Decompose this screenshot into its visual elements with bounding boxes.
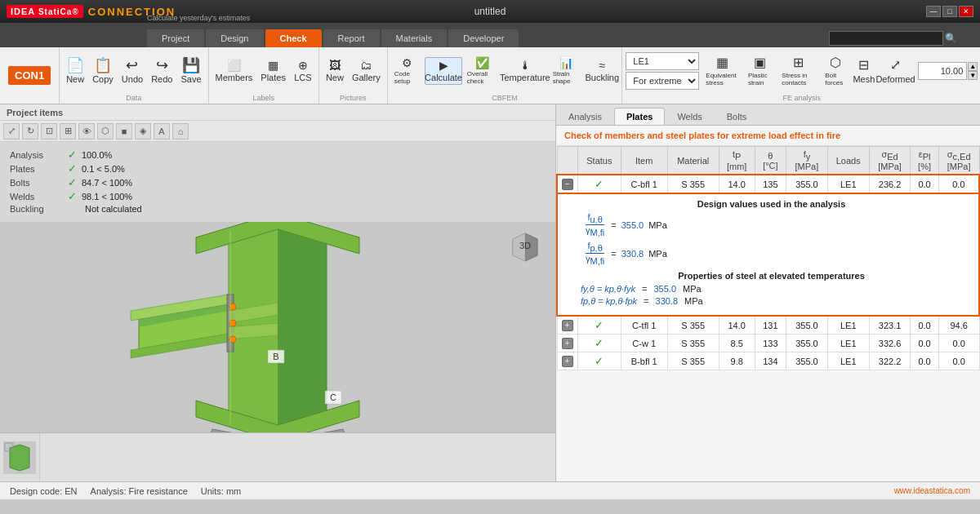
subtitle: Calculate yesterday's estimates xyxy=(147,14,250,22)
expand-2[interactable]: + xyxy=(557,352,578,370)
table-scroll-area[interactable]: Status Item Material tP[mm] θ[°C] fy[MPa… xyxy=(556,146,980,481)
tab-analysis[interactable]: Analysis xyxy=(556,108,614,125)
sigma-ced-0: 94.6 xyxy=(938,316,979,335)
close-button[interactable]: ✕ xyxy=(959,6,973,17)
3d-model[interactable]: B C xyxy=(114,222,441,432)
undo-icon: ↩ xyxy=(126,58,138,73)
copy-button[interactable]: 📋 Copy xyxy=(89,56,117,86)
section-button[interactable]: ⊞ xyxy=(60,123,76,140)
formula-num-1: fu,θ xyxy=(586,212,604,225)
expand-0[interactable]: + xyxy=(557,316,578,335)
tab-materials[interactable]: Materials xyxy=(381,29,448,47)
deformed-button[interactable]: ⤢ Deformed xyxy=(880,55,911,86)
edge-button[interactable]: ◈ xyxy=(135,123,151,140)
buckling-button[interactable]: ≈ Buckling xyxy=(586,58,618,84)
members-button[interactable]: ⬜ Members xyxy=(212,58,256,84)
save-button[interactable]: 💾 Save xyxy=(177,56,204,86)
tab-check[interactable]: Check xyxy=(265,29,322,47)
strain-shape-button[interactable]: 📊 Strain shape xyxy=(550,55,585,86)
connection-badge[interactable]: CON1 xyxy=(8,66,51,85)
formula-num-2: fp,θ xyxy=(586,241,604,254)
maximize-button[interactable]: □ xyxy=(942,6,957,17)
plastic-strain-button[interactable]: ▣ Plastic strain xyxy=(745,53,775,88)
lcs-icon: ⊕ xyxy=(298,60,308,71)
fe-up-button[interactable]: ▲ xyxy=(968,62,978,71)
tp-1: 8.5 xyxy=(719,335,755,352)
copy-icon: 📋 xyxy=(94,58,112,73)
col-theta: θ[°C] xyxy=(755,147,786,175)
material-2: S 355 xyxy=(667,352,719,370)
expand-button-2[interactable]: + xyxy=(562,356,573,367)
equiv-stress-button[interactable]: ▦ Equivalent stress xyxy=(702,53,742,88)
search-icon[interactable]: 🔍 xyxy=(945,33,957,44)
bolt-forces-button[interactable]: ⬡ Bolt forces xyxy=(822,53,849,88)
tab-design[interactable]: Design xyxy=(206,29,263,47)
expanded-sigma-ed: 236.2 xyxy=(869,175,911,193)
project-items-label: Project items xyxy=(7,108,63,117)
members-icon: ⬜ xyxy=(227,60,241,71)
hide-button[interactable]: 👁 xyxy=(78,123,95,140)
tab-developer[interactable]: Developer xyxy=(448,29,519,47)
sigma-ed-0: 323.1 xyxy=(869,316,911,335)
redo-button[interactable]: ↪ Redo xyxy=(148,56,176,86)
loads-0: LE1 xyxy=(827,316,869,335)
pictures-group: 🖼 New 🗂 Gallery Pictures xyxy=(319,47,388,104)
zoom-fit-button[interactable]: ⤢ xyxy=(3,123,20,140)
expand-1[interactable]: + xyxy=(557,335,578,352)
new-picture-button[interactable]: 🖼 New xyxy=(323,58,347,84)
formula-val-1: 355.0 xyxy=(621,220,644,230)
plates-button[interactable]: ▦ Plates xyxy=(257,58,289,84)
stress-contacts-button[interactable]: ⊞ Stress in contacts xyxy=(778,53,818,88)
calculate-icon: ▶ xyxy=(439,60,448,71)
collapse-button[interactable]: − xyxy=(562,179,573,190)
analysis-check-0: ✓ xyxy=(68,148,77,161)
tab-welds[interactable]: Welds xyxy=(665,108,714,125)
calculate-button[interactable]: ▶ Calculate xyxy=(425,57,461,85)
eps-pl-2: 0.0 xyxy=(911,352,938,370)
tab-bolts[interactable]: Bolts xyxy=(715,108,759,125)
expand-minus[interactable]: − xyxy=(557,175,578,193)
expanded-details-row: Design values used in the analysis fu,θ … xyxy=(557,193,979,316)
new-button[interactable]: 📄 New xyxy=(63,56,87,86)
prop-eq-2: = xyxy=(644,296,648,306)
search-input[interactable] xyxy=(829,31,943,46)
new-icon: 📄 xyxy=(66,58,84,73)
lcs-button[interactable]: ⊕ LCS xyxy=(291,58,315,84)
view-mode-button[interactable]: ⊡ xyxy=(41,123,57,140)
load-case-dropdown[interactable]: LE1 xyxy=(626,52,699,70)
gallery-button[interactable]: 🗂 Gallery xyxy=(349,58,384,84)
expand-button-1[interactable]: + xyxy=(562,338,573,349)
undo-button[interactable]: ↩ Undo xyxy=(118,56,146,86)
website-link[interactable]: www.ideastatica.com xyxy=(894,486,970,495)
tab-plates[interactable]: Plates xyxy=(614,108,665,125)
overall-check-button[interactable]: ✅ Overall check xyxy=(464,55,501,86)
code-setup-button[interactable]: ⚙ Code setup xyxy=(391,55,424,86)
fe-down-button[interactable]: ▼ xyxy=(968,71,978,80)
fy-2: 355.0 xyxy=(786,352,828,370)
prop-eq-1: = xyxy=(642,284,647,294)
bottom-viewport-area xyxy=(39,433,555,481)
formula-den-2: γM,fi xyxy=(584,254,606,266)
cbfem-group: ⚙ Code setup ▶ Calculate ✅ Overall check… xyxy=(388,47,623,104)
fy-0: 355.0 xyxy=(786,316,828,335)
home-button[interactable]: ⌂ xyxy=(172,123,189,140)
expand-mini-view[interactable] xyxy=(3,441,36,474)
formula-eq-2: = xyxy=(611,249,616,259)
fe-value-input[interactable] xyxy=(918,62,967,80)
tab-report[interactable]: Report xyxy=(323,29,380,47)
status-1: ✓ xyxy=(578,335,621,352)
expand-button-0[interactable]: + xyxy=(562,320,573,331)
mesh-button[interactable]: ⊟ Mesh xyxy=(852,55,876,86)
orientation-cube[interactable]: 3D xyxy=(505,227,546,268)
rotate-button[interactable]: ↻ xyxy=(22,123,38,140)
label-button[interactable]: A xyxy=(154,123,170,140)
analysis-check-3: ✓ xyxy=(68,190,77,202)
temperature-button[interactable]: 🌡 Temperature xyxy=(502,58,548,84)
minimize-button[interactable]: — xyxy=(926,6,941,17)
solid-button[interactable]: ■ xyxy=(116,123,132,140)
tab-project[interactable]: Project xyxy=(147,29,204,47)
extreme-dropdown[interactable]: For extreme xyxy=(626,72,699,90)
wireframe-button[interactable]: ⬡ xyxy=(97,123,114,140)
sigma-ed-1: 332.6 xyxy=(869,335,911,352)
bottom-bar: Design code: EN Analysis: Fire resistanc… xyxy=(0,481,980,499)
